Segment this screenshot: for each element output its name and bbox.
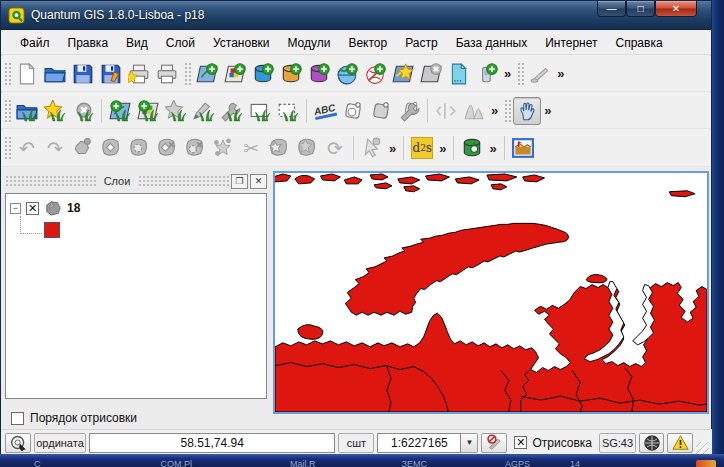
simplify-feature-button[interactable] (97, 134, 125, 162)
layers-tree[interactable]: − ✕ 18 (5, 193, 267, 399)
stop-rendering-button[interactable] (481, 433, 507, 453)
reshape-features-button[interactable] (209, 134, 237, 162)
menu-layer[interactable]: Слой (157, 33, 204, 53)
toolbar-handle[interactable] (3, 135, 11, 161)
georeferencer-button[interactable] (509, 134, 537, 162)
merge-attributes-button[interactable] (293, 134, 321, 162)
symbology-row[interactable] (44, 222, 262, 238)
minimize-button[interactable]: — (597, 1, 626, 17)
toolbar-overflow-chevron[interactable]: » (386, 141, 399, 156)
add-mssql-layer-button[interactable] (305, 60, 333, 88)
add-spatialite-layer-button[interactable] (277, 60, 305, 88)
menu-web[interactable]: Интернет (536, 33, 606, 53)
new-print-composer-button[interactable] (125, 60, 153, 88)
undo-button[interactable]: ↶ (13, 134, 41, 162)
add-vector-layer-button[interactable] (193, 60, 221, 88)
toggle-extents-button[interactable] (5, 433, 31, 453)
toolbar-handle[interactable] (3, 98, 11, 124)
grass-open-mapset-button[interactable] (13, 97, 41, 125)
title-bar[interactable]: Quantum GIS 1.8.0-Lisboa - p18 — □ ✕ (1, 1, 711, 30)
menu-settings[interactable]: Установки (204, 33, 278, 53)
delete-ring-button[interactable] (153, 134, 181, 162)
save-project-as-button[interactable] (97, 60, 125, 88)
maximize-button[interactable]: □ (626, 1, 655, 17)
scale-value[interactable]: 1:6227165 (377, 433, 461, 453)
layer-name[interactable]: 18 (67, 201, 80, 215)
grass-region-tools-button[interactable] (218, 97, 246, 125)
grass-open-tools-button[interactable] (162, 97, 190, 125)
add-wfs-layer-button[interactable] (361, 60, 389, 88)
labeling-button[interactable]: ABC (311, 97, 339, 125)
log-messages-button[interactable] (667, 433, 693, 453)
scale-dropdown-button[interactable]: ▼ (461, 433, 478, 453)
toolbar-overflow-chevron[interactable]: » (501, 66, 514, 81)
render-toggle[interactable]: ✕ Отрисовка (510, 436, 596, 450)
scale-combo[interactable]: 1:6227165 ▼ (377, 433, 478, 453)
toolbar-overflow-chevron[interactable]: » (486, 141, 499, 156)
expander-icon[interactable]: − (10, 203, 21, 214)
menu-raster[interactable]: Растр (396, 33, 446, 53)
grass-add-vector-button[interactable] (106, 97, 134, 125)
crs-status-button[interactable] (639, 433, 664, 453)
new-shapefile-layer-button[interactable] (389, 60, 417, 88)
label-tag-button[interactable] (339, 97, 367, 125)
new-project-button[interactable] (13, 60, 41, 88)
add-ring-button[interactable] (125, 134, 153, 162)
rotate-feature-button[interactable] (69, 134, 97, 162)
pan-map-button[interactable] (513, 97, 541, 125)
toolbar-handle[interactable] (503, 98, 511, 124)
identify-button[interactable] (358, 134, 386, 162)
menu-database[interactable]: База данных (447, 33, 536, 53)
evis-button[interactable] (458, 134, 486, 162)
merge-features-button[interactable] (265, 134, 293, 162)
layer-row[interactable]: − ✕ 18 (10, 200, 262, 216)
coordinate-input[interactable]: 58.51,74.94 (89, 433, 335, 453)
toolbar-overflow-chevron[interactable]: » (488, 103, 501, 118)
menu-plugins[interactable]: Модули (278, 33, 339, 53)
panel-float-button[interactable]: ❐ (231, 174, 248, 189)
label-tag-alt-button[interactable] (367, 97, 395, 125)
label-settings-button[interactable] (395, 97, 423, 125)
print-composer-button[interactable] (153, 60, 181, 88)
dxf2shp-button[interactable]: d2s (408, 134, 436, 162)
menu-view[interactable]: Вид (117, 33, 157, 53)
layers-panel-header[interactable]: Слои ❐ ✕ (5, 171, 267, 191)
add-postgis-layer-button[interactable] (249, 60, 277, 88)
measure-line-button[interactable] (526, 60, 554, 88)
map-canvas[interactable] (273, 171, 709, 414)
save-project-button[interactable] (69, 60, 97, 88)
redo-button[interactable]: ↷ (41, 134, 69, 162)
raster-histogram-button[interactable] (460, 97, 488, 125)
grass-add-raster-button[interactable] (134, 97, 162, 125)
layer-visibility-checkbox[interactable]: ✕ (26, 202, 39, 215)
menu-vector[interactable]: Вектор (339, 33, 396, 53)
split-features-button[interactable]: ✂ (237, 134, 265, 162)
grass-new-mapset-button[interactable] (41, 97, 69, 125)
add-raster-layer-button[interactable] (221, 60, 249, 88)
open-project-button[interactable] (41, 60, 69, 88)
toolbar-overflow-chevron[interactable]: » (554, 66, 567, 81)
raster-stretch-button[interactable] (432, 97, 460, 125)
draw-order-control[interactable]: Порядок отрисовки (11, 411, 137, 425)
remove-layer-button[interactable] (417, 60, 445, 88)
menu-file[interactable]: Файл (11, 33, 59, 53)
draw-order-checkbox[interactable] (11, 412, 24, 425)
toolbar-handle[interactable] (183, 61, 191, 87)
add-wms-layer-button[interactable] (333, 60, 361, 88)
toolbar-handle[interactable] (3, 61, 11, 87)
toolbar-overflow-chevron[interactable]: » (541, 103, 554, 118)
menu-edit[interactable]: Правка (59, 33, 118, 53)
menu-help[interactable]: Справка (607, 33, 672, 53)
grass-close-mapset-button[interactable] (69, 97, 97, 125)
render-checkbox[interactable]: ✕ (514, 436, 527, 449)
grass-edit-region-button[interactable] (274, 97, 302, 125)
toolbar-overflow-chevron[interactable]: » (436, 141, 449, 156)
grass-edit-button[interactable] (190, 97, 218, 125)
add-delimited-text-button[interactable]: ,,, (445, 60, 473, 88)
gps-tools-button[interactable] (473, 60, 501, 88)
grass-display-region-button[interactable] (246, 97, 274, 125)
toolbar-handle[interactable] (516, 61, 524, 87)
close-button[interactable]: ✕ (655, 1, 697, 17)
rotate-point-symbols-button[interactable]: ⟳ (321, 134, 349, 162)
delete-part-button[interactable] (181, 134, 209, 162)
